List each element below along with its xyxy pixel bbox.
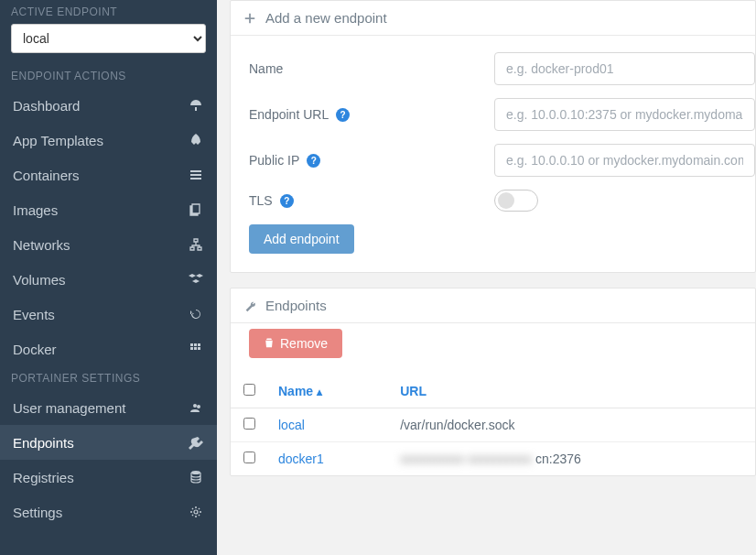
endpoints-list-panel: Endpoints Remove Name▴ URL local/var/run…: [230, 288, 756, 476]
column-url[interactable]: URL: [389, 375, 755, 408]
endpoint-url-label: Endpoint URL ?: [249, 107, 494, 122]
column-name[interactable]: Name▴: [267, 375, 389, 408]
row-checkbox[interactable]: [243, 418, 255, 430]
table-row: docker1xxxxxxxxxx xxxxxxxxxx cn:2376: [231, 442, 755, 476]
endpoint-name-link[interactable]: local: [267, 408, 389, 442]
nav-label: Docker: [13, 342, 57, 357]
nav-label: Containers: [13, 168, 80, 183]
cubes-icon: [188, 271, 204, 288]
nav-label: Volumes: [13, 272, 66, 288]
sidebar-item-registries[interactable]: Registries: [0, 460, 217, 495]
name-input[interactable]: [494, 52, 755, 85]
sitemap-icon: [188, 236, 204, 253]
nav-label: Networks: [13, 237, 70, 253]
table-row: local/var/run/docker.sock: [231, 408, 755, 442]
public-ip-input[interactable]: [494, 144, 755, 177]
nav-label: Registries: [13, 470, 74, 485]
public-ip-label: Public IP ?: [249, 153, 494, 168]
users-icon: [188, 399, 204, 416]
add-endpoint-button[interactable]: Add endpoint: [249, 224, 354, 254]
svg-point-0: [191, 471, 200, 474]
list-icon: [188, 167, 204, 183]
cogs-icon: [188, 504, 204, 520]
svg-point-1: [194, 510, 198, 514]
sidebar-item-events[interactable]: Events: [0, 297, 217, 332]
sidebar: ACTIVE ENDPOINT local ENDPOINT ACTIONS D…: [0, 0, 217, 555]
tls-toggle[interactable]: [494, 190, 538, 212]
endpoints-list-title: Endpoints: [265, 298, 327, 313]
help-icon[interactable]: ?: [280, 194, 294, 208]
sort-asc-icon: ▴: [317, 386, 322, 398]
database-icon: [188, 469, 204, 485]
add-endpoint-panel: Add a new endpoint Name Endpoint URL ? P…: [230, 0, 756, 273]
endpoint-name-link[interactable]: docker1: [267, 442, 389, 476]
sidebar-item-endpoints[interactable]: Endpoints: [0, 425, 217, 460]
row-checkbox[interactable]: [243, 452, 255, 463]
nav-label: Events: [13, 307, 55, 322]
nav-label: Images: [13, 202, 58, 218]
wrench-icon: [243, 299, 256, 312]
nav-label: User management: [13, 400, 125, 416]
help-icon[interactable]: ?: [307, 154, 320, 168]
sidebar-item-containers[interactable]: Containers: [0, 158, 217, 192]
nav-label: Settings: [13, 505, 62, 520]
rocket-icon: [188, 132, 204, 148]
remove-button[interactable]: Remove: [249, 329, 342, 358]
add-endpoint-title: Add a new endpoint: [265, 10, 387, 26]
copy-icon: [188, 201, 204, 218]
url-blurred: xxxxxxxxxx xxxxxxxxxx: [400, 452, 535, 466]
sidebar-item-app-templates[interactable]: App Templates: [0, 123, 217, 158]
active-endpoint-label: ACTIVE ENDPOINT: [0, 0, 217, 24]
main-content: Add a new endpoint Name Endpoint URL ? P…: [217, 0, 756, 555]
nav-label: Dashboard: [13, 98, 80, 114]
portainer-settings-label: PORTAINER SETTINGS: [0, 366, 217, 390]
tls-label: TLS ?: [249, 193, 494, 208]
endpoint-url-input[interactable]: [494, 98, 755, 131]
select-all-checkbox[interactable]: [243, 384, 255, 396]
sidebar-item-images[interactable]: Images: [0, 192, 217, 227]
endpoint-url-cell: /var/run/docker.sock: [389, 408, 755, 442]
sidebar-item-settings[interactable]: Settings: [0, 495, 217, 529]
name-label: Name: [249, 61, 494, 76]
active-endpoint-select[interactable]: local: [11, 24, 206, 53]
plus-icon: [243, 12, 256, 25]
help-icon[interactable]: ?: [336, 108, 350, 122]
trash-icon: [264, 336, 275, 351]
endpoints-table: Name▴ URL local/var/run/docker.sockdocke…: [231, 375, 755, 475]
sidebar-item-user-management[interactable]: User management: [0, 390, 217, 425]
nav-label: App Templates: [13, 133, 103, 148]
endpoint-actions-label: ENDPOINT ACTIONS: [0, 64, 217, 88]
sidebar-item-dashboard[interactable]: Dashboard: [0, 88, 217, 123]
dashboard-icon: [188, 97, 204, 114]
sidebar-item-volumes[interactable]: Volumes: [0, 262, 217, 297]
endpoint-url-cell: xxxxxxxxxx xxxxxxxxxx cn:2376: [389, 442, 755, 476]
plug-icon: [188, 434, 204, 451]
nav-label: Endpoints: [13, 435, 74, 451]
sidebar-item-networks[interactable]: Networks: [0, 227, 217, 262]
grid-icon: [188, 341, 204, 357]
history-icon: [188, 306, 204, 322]
sidebar-item-docker[interactable]: Docker: [0, 332, 217, 366]
